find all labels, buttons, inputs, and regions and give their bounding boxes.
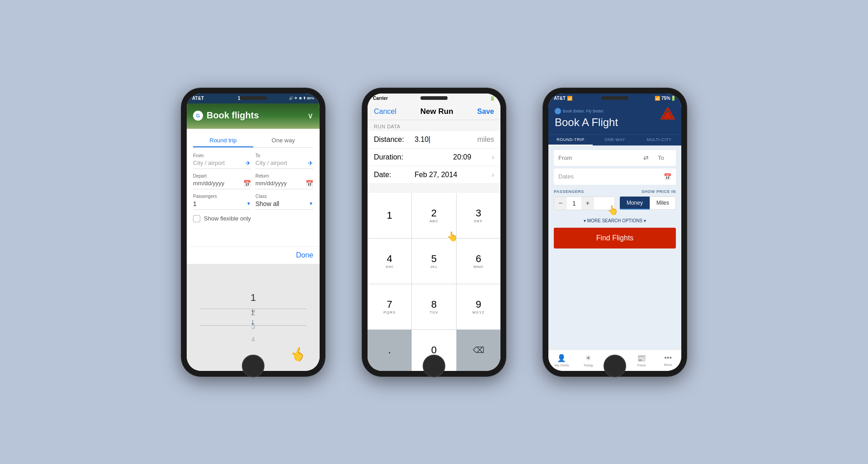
time-2: 3:45 AM xyxy=(430,96,447,101)
pax-value: 1 xyxy=(567,200,581,207)
passengers-group: Passengers 1 ▼ xyxy=(193,194,251,210)
plane-from-icon: ✈ xyxy=(245,159,251,167)
carrier-1: AT&T xyxy=(192,96,204,101)
depart-group: Depart mm/dd/yyyy 📅 xyxy=(193,173,251,189)
numpad-5[interactable]: 5 JKL xyxy=(412,239,456,284)
price-section: SHOW PRICE IN Money Miles xyxy=(615,189,676,210)
header-title: Book flights xyxy=(207,110,259,121)
cancel-button[interactable]: Cancel xyxy=(374,108,396,116)
nav-today[interactable]: ☀ Today xyxy=(575,352,602,369)
return-input[interactable]: mm/dd/yyyy 📅 xyxy=(255,180,313,189)
price-buttons: Money Miles xyxy=(620,197,676,210)
nav-feed-label: Feed xyxy=(637,363,646,367)
date-row[interactable]: Date: Feb 27, 2014 › xyxy=(368,166,500,184)
flexible-checkbox[interactable] xyxy=(193,215,200,222)
tab-oneway-delta[interactable]: ONE-WAY xyxy=(593,135,637,145)
battery-2: 🔋 xyxy=(490,96,495,101)
duration-label: Duration: xyxy=(374,153,415,161)
more-options[interactable]: ▾ MORE SEARCH OPTIONS ▾ xyxy=(554,218,676,223)
return-value: mm/dd/yyyy xyxy=(255,180,287,187)
pax-plus-button[interactable]: + xyxy=(581,197,594,210)
numpad-dot[interactable]: . xyxy=(368,330,411,371)
time-3: 2:17 PM xyxy=(605,96,622,101)
passengers-dropdown[interactable]: 1 ▼ xyxy=(193,200,251,210)
icons-1: 🔊 ✈ ⊕ ⬆ 80% xyxy=(289,96,314,100)
calendar-icon: 📅 xyxy=(664,173,671,180)
pax-class-row: Passengers 1 ▼ Class Show all ▼ xyxy=(193,194,313,210)
calendar-return-icon: 📅 xyxy=(306,180,313,187)
distance-row[interactable]: Distance: 3.10 miles xyxy=(368,131,500,149)
nav-mydelta[interactable]: 👤 My Delta xyxy=(548,352,575,369)
delta-logo-icon xyxy=(660,106,676,122)
duration-val: 20:09 xyxy=(453,153,491,161)
tab-roundtrip-delta[interactable]: ROUND-TRIP xyxy=(548,135,593,145)
calendar-depart-icon: 📅 xyxy=(243,180,251,187)
numpad-delete[interactable]: ⌫ xyxy=(457,330,500,371)
to-group: To City / airport ✈ xyxy=(255,153,313,169)
delta-to-input[interactable] xyxy=(653,150,676,166)
pax-section: PASSENGERS − 1 + 👆 xyxy=(554,189,615,210)
home-button[interactable] xyxy=(242,355,264,377)
to-input[interactable]: City / airport ✈ xyxy=(255,159,313,169)
pax-stepper: − 1 + xyxy=(554,197,615,210)
numpad-3[interactable]: 3 DEF xyxy=(457,193,500,238)
spacer xyxy=(368,184,500,193)
done-button[interactable]: Done xyxy=(296,251,313,259)
cursor-blink xyxy=(429,136,430,143)
price-miles-button[interactable]: Miles xyxy=(650,197,676,210)
numpad-9[interactable]: 9 WXYZ xyxy=(457,284,500,329)
depart-value: mm/dd/yyyy xyxy=(193,180,224,187)
more-icon: ••• xyxy=(664,354,672,362)
swap-icon[interactable]: ⇄ xyxy=(639,150,653,166)
nav-more[interactable]: ••• More xyxy=(655,352,681,369)
tab-roundtrip[interactable]: Round trip xyxy=(193,134,253,147)
numpad-6[interactable]: 6 MNO xyxy=(457,239,500,284)
home-button-3[interactable] xyxy=(604,355,626,377)
time-1: 1:53 PM xyxy=(238,96,255,101)
status-bar-1: AT&T 1:53 PM 🔊 ✈ ⊕ ⬆ 80% xyxy=(187,94,320,103)
carrier-3: AT&T 📶 xyxy=(554,96,572,101)
picker-item: 4 xyxy=(251,333,255,345)
home-button-2[interactable] xyxy=(423,355,445,377)
duration-row[interactable]: Duration: 20:09 › xyxy=(368,149,500,166)
passengers-arrow-icon: ▼ xyxy=(246,201,251,206)
numpad-2[interactable]: 2 ABC 👆 xyxy=(412,193,456,238)
nav-feed[interactable]: 📰 Feed xyxy=(628,352,655,369)
price-money-button[interactable]: Money xyxy=(620,197,650,210)
numpad-4[interactable]: 4 GHI xyxy=(368,239,411,284)
numpad-8[interactable]: 8 TUV xyxy=(412,284,456,329)
to-placeholder: City / airport xyxy=(255,159,287,166)
numpad-7[interactable]: 7 PQRS xyxy=(368,284,411,329)
flexible-row: Show flexible only xyxy=(193,215,313,222)
date-row: Depart mm/dd/yyyy 📅 Return mm/dd/yyyy 📅 xyxy=(193,173,313,189)
depart-label: Depart xyxy=(193,173,251,178)
pax-stepper-wrapper: − 1 + 👆 xyxy=(554,197,615,210)
chevron-down-icon[interactable]: ∨ xyxy=(307,111,313,121)
return-group: Return mm/dd/yyyy 📅 xyxy=(255,173,313,189)
find-flights-button[interactable]: Find Flights xyxy=(554,228,676,248)
depart-input[interactable]: mm/dd/yyyy 📅 xyxy=(193,180,251,189)
delta-from-input[interactable] xyxy=(554,150,639,166)
nav-more-label: More xyxy=(664,363,672,367)
numpad: 1 2 ABC 👆 3 DEF 4 GHI 5 JKL 6 MN xyxy=(368,193,500,371)
from-placeholder: City / airport xyxy=(193,159,225,166)
passengers-label: Passengers xyxy=(193,194,251,199)
phone-1: AT&T 1:53 PM 🔊 ✈ ⊕ ⬆ 80% G Book flights … xyxy=(181,88,326,377)
delta-header: Book Better. Fly Better. Book A Flight xyxy=(548,103,681,134)
delta-form: ⇄ Dates 📅 PASSENGERS − 1 + xyxy=(548,145,681,350)
tab-multicity-delta[interactable]: MULTI-CITY xyxy=(637,135,681,145)
phone-2-screen: Carrier 3:45 AM 🔋 Cancel New Run Save RU… xyxy=(368,94,500,371)
class-dropdown[interactable]: Show all ▼ xyxy=(255,200,313,210)
pax-minus-button[interactable]: − xyxy=(554,197,567,210)
from-to-row: From City / airport ✈ To City / airport … xyxy=(193,153,313,169)
class-value: Show all xyxy=(255,200,279,207)
numpad-1[interactable]: 1 xyxy=(368,193,411,238)
from-input[interactable]: City / airport ✈ xyxy=(193,159,251,169)
class-label: Class xyxy=(255,194,313,199)
to-label: To xyxy=(255,153,313,158)
my-delta-icon: 👤 xyxy=(557,354,566,362)
save-button[interactable]: Save xyxy=(477,108,494,116)
delete-icon: ⌫ xyxy=(473,345,484,355)
tab-oneway[interactable]: One way xyxy=(253,134,313,147)
delta-dates-row[interactable]: Dates 📅 xyxy=(554,169,676,185)
